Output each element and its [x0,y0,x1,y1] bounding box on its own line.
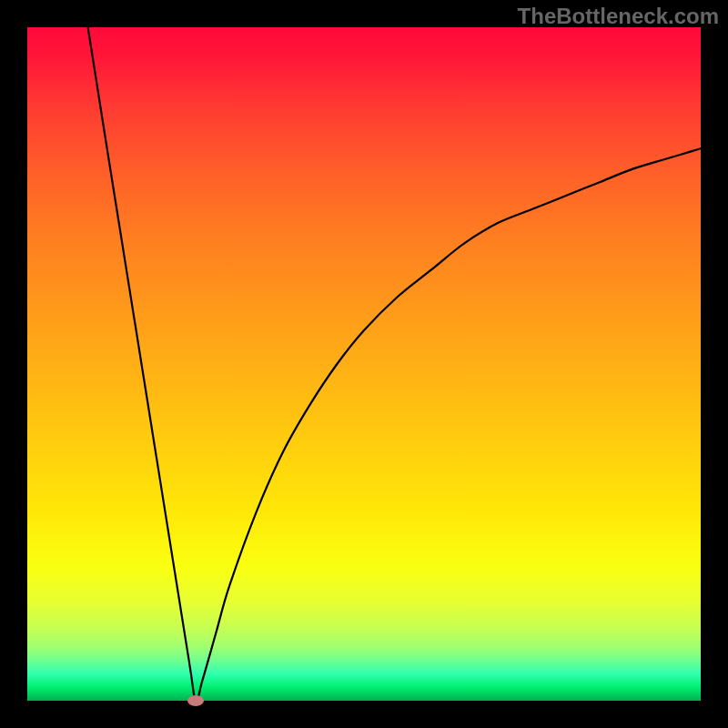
plot-area [27,27,701,701]
chart-frame: TheBottleneck.com [0,0,728,728]
watermark-text: TheBottleneck.com [518,4,719,29]
bottleneck-curve [27,27,701,701]
minimum-marker [187,695,204,706]
